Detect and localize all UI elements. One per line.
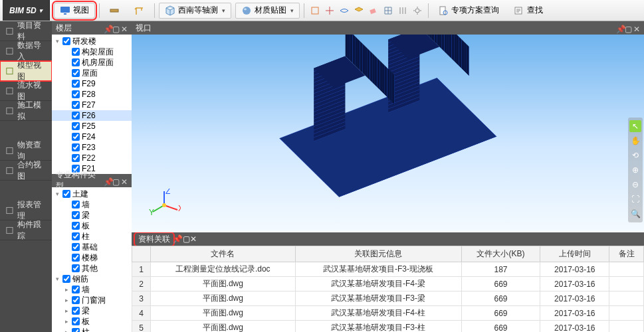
tool-btn-3[interactable] xyxy=(338,3,351,19)
tree-row[interactable]: F29 xyxy=(52,78,132,89)
zoom-out-tool[interactable]: ⊖ xyxy=(629,179,641,191)
table-row[interactable]: 5平面图.dwg武汉某基地研发项目-F3-柱6692017-03-16 xyxy=(132,321,644,333)
tree-checkbox[interactable] xyxy=(72,48,80,56)
tree-checkbox[interactable] xyxy=(72,328,80,332)
sidebar-item-const-sim[interactable]: 施工模拟 xyxy=(0,101,52,121)
tree-checkbox[interactable] xyxy=(62,190,70,198)
col-header[interactable]: 文件名 xyxy=(151,246,296,262)
tool-btn-4[interactable] xyxy=(352,3,366,19)
comp-tree[interactable]: ▾土建墙梁板柱基础楼梯其他▾钢筋▸墙▸门窗洞▸梁▸板▸柱▸基础 xyxy=(52,187,132,332)
tree-checkbox[interactable] xyxy=(62,37,70,45)
floors-tree[interactable]: ▾研发楼构架屋面机房屋面屋面F29F28F27F26F25F24F23F22F2… xyxy=(52,35,132,174)
tree-checkbox[interactable] xyxy=(72,90,80,98)
view-direction-dropdown[interactable]: 西南等轴测 ▾ xyxy=(159,3,231,19)
table-row[interactable]: 4平面图.dwg武汉某基地研发项目-F4-柱6692017-03-16 xyxy=(132,306,644,321)
pin-icon[interactable]: 📌 xyxy=(616,25,623,31)
material-map-dropdown[interactable]: 材质贴图 ▾ xyxy=(235,3,300,19)
tree-row[interactable]: F24 xyxy=(52,131,132,142)
sidebar-item-contract-view[interactable]: 合约视图 xyxy=(0,161,52,181)
viewport-3d[interactable]: X Y Z ↖ ✋ ⟲ ⊕ ⊖ ⛶ 🔍 xyxy=(132,35,644,232)
tree-row[interactable]: ▸板 xyxy=(52,316,132,327)
tree-checkbox[interactable] xyxy=(72,222,80,230)
table-row[interactable]: 1工程测量定位放线记录.doc武汉某基地研发项目-F3-现浇板1872017-0… xyxy=(132,262,644,277)
tree-row[interactable]: 板 xyxy=(52,220,132,231)
tree-row[interactable]: F28 xyxy=(52,89,132,100)
tree-row[interactable]: ▸梁 xyxy=(52,305,132,316)
zoom-in-tool[interactable]: ⊕ xyxy=(629,164,641,176)
pin-icon[interactable]: 📌 xyxy=(104,177,110,184)
sidebar-item-mat-query[interactable]: 物资查询 xyxy=(0,141,52,161)
tool-btn-8[interactable] xyxy=(411,3,424,19)
spec-query-button[interactable]: 专项方案查询 xyxy=(433,3,504,19)
tree-checkbox[interactable] xyxy=(72,296,80,304)
sidebar-item-report-mgmt[interactable]: 报表管理 xyxy=(0,201,52,220)
tree-checkbox[interactable] xyxy=(72,69,80,77)
orbit-tool[interactable]: ⟲ xyxy=(629,149,641,161)
tool-btn-1[interactable] xyxy=(308,3,322,19)
tree-row[interactable]: ▾土建 xyxy=(52,189,132,199)
tool-btn-5[interactable] xyxy=(367,3,380,19)
tree-checkbox[interactable] xyxy=(72,112,80,120)
close-icon[interactable]: ✕ xyxy=(190,234,197,244)
tree-checkbox[interactable] xyxy=(72,232,80,240)
sidebar-item-model-view[interactable]: 模型视图 xyxy=(0,61,52,81)
twisty-icon[interactable]: ▸ xyxy=(64,307,70,314)
twisty-icon[interactable]: ▸ xyxy=(64,318,70,325)
col-header[interactable]: 备注 xyxy=(609,246,644,262)
table-row[interactable]: 2平面图.dwg武汉某基地研发项目-F4-梁6692017-03-16 xyxy=(132,277,644,291)
tree-row[interactable]: 基础 xyxy=(52,242,132,252)
twisty-icon[interactable]: ▾ xyxy=(54,38,60,44)
tree-row[interactable]: F25 xyxy=(52,121,132,131)
dock-icon[interactable]: ▢ xyxy=(183,234,190,244)
tree-row[interactable]: 梁 xyxy=(52,210,132,220)
pin-icon[interactable]: 📌 xyxy=(104,25,110,31)
sidebar-item-project-data[interactable]: 项目资料 xyxy=(0,21,52,41)
tree-row[interactable]: F26 xyxy=(52,110,132,121)
tree-checkbox[interactable] xyxy=(72,286,80,293)
tree-row[interactable]: 柱 xyxy=(52,231,132,242)
tree-checkbox[interactable] xyxy=(72,80,80,88)
tool-btn-2[interactable] xyxy=(323,3,336,19)
sidebar-item-flow-view[interactable]: 流水视图 xyxy=(0,81,52,101)
tree-row[interactable]: 机房屋面 xyxy=(52,57,132,68)
data-grid-wrap[interactable]: 文件名关联图元信息文件大小(KB)上传时间备注 1工程测量定位放线记录.doc武… xyxy=(132,246,644,332)
tree-checkbox[interactable] xyxy=(72,317,80,325)
twisty-icon[interactable]: ▾ xyxy=(54,191,60,197)
tree-row[interactable]: F27 xyxy=(52,100,132,110)
dock-icon[interactable]: ▢ xyxy=(112,25,119,31)
sidebar-item-data-import[interactable]: 数据导入 xyxy=(0,41,52,61)
tool-btn-6[interactable] xyxy=(381,3,395,19)
crane-button[interactable] xyxy=(129,3,150,19)
pan-tool[interactable]: ✋ xyxy=(629,135,641,147)
twisty-icon[interactable]: ▸ xyxy=(64,297,70,303)
tool-btn-7[interactable] xyxy=(396,3,409,19)
close-icon[interactable]: ✕ xyxy=(121,177,128,184)
close-icon[interactable]: ✕ xyxy=(121,25,128,31)
tree-checkbox[interactable] xyxy=(72,133,80,141)
twisty-icon[interactable]: ▸ xyxy=(64,329,70,332)
tree-checkbox[interactable] xyxy=(72,264,80,272)
tree-checkbox[interactable] xyxy=(72,243,80,251)
tree-checkbox[interactable] xyxy=(62,275,70,283)
find-button[interactable]: 查找 xyxy=(508,3,548,19)
table-row[interactable]: 3平面图.dwg武汉某基地研发项目-F3-梁6692017-03-16 xyxy=(132,291,644,306)
col-header[interactable]: 关联图元信息 xyxy=(295,246,461,262)
tree-row[interactable]: ▸墙 xyxy=(52,284,132,295)
tree-checkbox[interactable] xyxy=(72,122,80,130)
tree-checkbox[interactable] xyxy=(72,211,80,219)
col-header[interactable]: 文件大小(KB) xyxy=(461,246,540,262)
tree-row[interactable]: 楼梯 xyxy=(52,252,132,263)
tree-row[interactable]: F22 xyxy=(52,153,132,163)
measure-button[interactable] xyxy=(104,3,125,19)
dock-icon[interactable]: ▢ xyxy=(625,25,631,31)
tree-row[interactable]: ▸门窗洞 xyxy=(52,295,132,305)
app-brand[interactable]: BIM 5D ▾ xyxy=(3,0,50,21)
tree-row[interactable]: ▸柱 xyxy=(52,327,132,332)
twisty-icon[interactable]: ▸ xyxy=(64,286,70,293)
tree-checkbox[interactable] xyxy=(72,201,80,208)
col-header[interactable]: 上传时间 xyxy=(540,246,609,262)
tree-row[interactable]: 屋面 xyxy=(52,68,132,78)
close-icon[interactable]: ✕ xyxy=(633,25,640,31)
fit-tool[interactable]: ⛶ xyxy=(629,193,641,205)
tree-row[interactable]: F23 xyxy=(52,142,132,153)
